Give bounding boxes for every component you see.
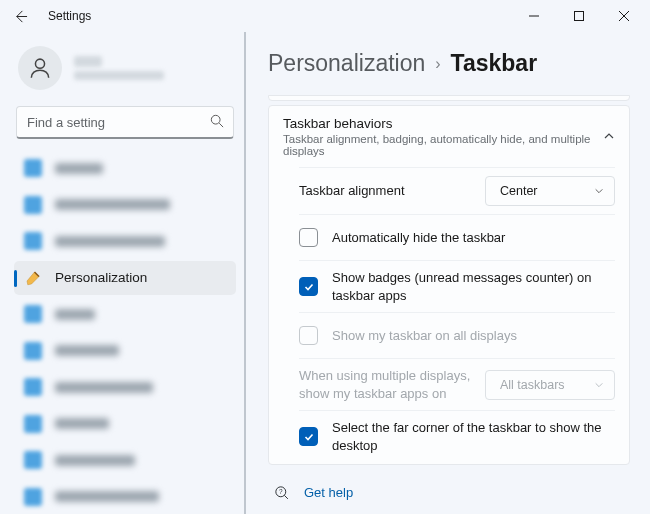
search-icon: [210, 114, 224, 132]
collapsed-panel-edge: [268, 95, 630, 101]
chevron-up-icon: [603, 128, 615, 146]
chevron-down-icon: [594, 186, 604, 196]
breadcrumb-parent[interactable]: Personalization: [268, 50, 425, 77]
far-corner-checkbox[interactable]: [299, 427, 318, 446]
panel-title: Taskbar behaviors: [283, 116, 603, 131]
profile-section[interactable]: [14, 40, 236, 104]
autohide-checkbox[interactable]: [299, 228, 318, 247]
help-icon: ?: [272, 483, 290, 501]
nav-item[interactable]: [14, 370, 236, 405]
nav-list: Personalization: [14, 151, 236, 514]
row-autohide: Automatically hide the taskbar: [299, 214, 615, 260]
nav-item[interactable]: [14, 224, 236, 259]
sidebar: Personalization: [0, 32, 246, 514]
nav-item[interactable]: [14, 480, 236, 515]
minimize-button[interactable]: [511, 0, 556, 32]
row-badges: Show badges (unread messages counter) on…: [299, 260, 615, 312]
row-alignment: Taskbar alignment Center: [299, 167, 615, 214]
get-help-link[interactable]: ? Get help: [272, 483, 630, 501]
row-multi-displays: When using multiple displays, show my ta…: [299, 358, 615, 410]
search-input[interactable]: [16, 106, 234, 139]
svg-point-2: [211, 115, 220, 124]
breadcrumb-current: Taskbar: [451, 50, 538, 77]
alignment-label: Taskbar alignment: [299, 182, 485, 200]
search-box[interactable]: [16, 106, 234, 139]
nav-item-personalization[interactable]: Personalization: [14, 261, 236, 296]
paintbrush-icon: [24, 269, 42, 287]
taskbar-behaviors-panel: Taskbar behaviors Taskbar alignment, bad…: [268, 105, 630, 465]
badges-checkbox[interactable]: [299, 277, 318, 296]
svg-rect-0: [574, 12, 583, 21]
svg-text:?: ?: [279, 488, 283, 495]
nav-item[interactable]: [14, 407, 236, 442]
chevron-right-icon: ›: [435, 55, 440, 73]
back-button[interactable]: [4, 0, 36, 32]
svg-point-1: [35, 59, 44, 68]
row-far-corner: Select the far corner of the taskbar to …: [299, 410, 615, 462]
avatar: [18, 46, 62, 90]
nav-item[interactable]: [14, 297, 236, 332]
all-displays-checkbox: [299, 326, 318, 345]
breadcrumb: Personalization › Taskbar: [268, 50, 630, 77]
panel-subtitle: Taskbar alignment, badging, automaticall…: [283, 133, 603, 157]
row-all-displays: Show my taskbar on all displays: [299, 312, 615, 358]
panel-header[interactable]: Taskbar behaviors Taskbar alignment, bad…: [269, 106, 629, 167]
nav-item[interactable]: [14, 151, 236, 186]
maximize-button[interactable]: [556, 0, 601, 32]
nav-label: Personalization: [55, 270, 147, 285]
profile-name: [74, 56, 164, 80]
alignment-select[interactable]: Center: [485, 176, 615, 206]
close-button[interactable]: [601, 0, 646, 32]
window-title: Settings: [48, 9, 91, 23]
main-content: Personalization › Taskbar Taskbar behavi…: [244, 32, 650, 514]
nav-item[interactable]: [14, 188, 236, 223]
multi-select: All taskbars: [485, 370, 615, 400]
chevron-down-icon: [594, 380, 604, 390]
nav-item[interactable]: [14, 334, 236, 369]
nav-item[interactable]: [14, 443, 236, 478]
